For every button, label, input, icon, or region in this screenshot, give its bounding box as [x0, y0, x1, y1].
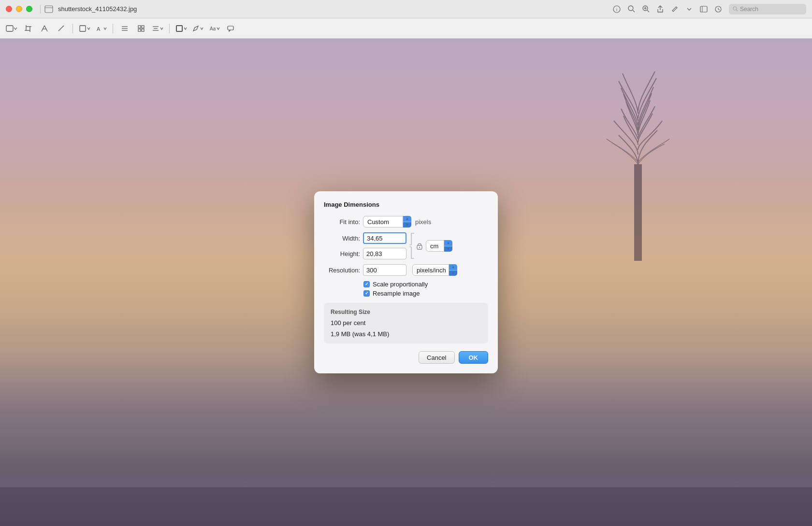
check-mark-2: ✓	[365, 291, 369, 296]
wh-section: Width: Height:	[324, 232, 488, 259]
toolbar-shape-btn[interactable]	[6, 23, 17, 34]
width-row: Width:	[324, 232, 406, 244]
svg-line-23	[44, 26, 47, 31]
result-size: 1,9 MB (was 4,1 MB)	[331, 330, 481, 338]
image-dimensions-dialog: Image Dimensions Fit into: Custom ▲ ▼ pi…	[314, 191, 498, 373]
check-mark-1: ✓	[365, 282, 369, 286]
resolution-label: Resolution:	[324, 267, 360, 274]
toolbar-align2-btn[interactable]	[152, 23, 163, 34]
toolbar-annotate-btn[interactable]	[39, 23, 50, 34]
titlebar-filename: shutterstock_411052432.jpg	[58, 5, 137, 13]
height-input[interactable]	[363, 248, 406, 259]
toolbar-draw-btn[interactable]	[55, 23, 67, 34]
search-icon[interactable]	[627, 5, 635, 13]
fit-into-stepper-arrows[interactable]: ▲ ▼	[403, 216, 411, 227]
close-button[interactable]	[6, 6, 12, 12]
resample-image-row: ✓ Resample image	[363, 290, 488, 297]
minimize-button[interactable]	[16, 6, 22, 12]
height-row: Height:	[324, 248, 406, 259]
toolbar-crop-btn[interactable]	[22, 23, 34, 34]
constraint-bracket	[408, 232, 416, 259]
resulting-size-title: Resulting Size	[331, 309, 481, 315]
unit-stepper-arrows[interactable]: ▲ ▼	[444, 240, 452, 252]
resample-image-checkbox[interactable]: ✓	[363, 290, 370, 297]
clock-icon[interactable]	[714, 5, 722, 13]
svg-rect-31	[142, 26, 144, 28]
edit-icon[interactable]	[671, 5, 679, 13]
svg-rect-39	[228, 26, 233, 30]
resulting-size-section: Resulting Size 100 per cent 1,9 MB (was …	[324, 303, 488, 343]
titlebar-divider	[40, 5, 41, 14]
svg-rect-32	[138, 29, 141, 31]
cancel-button[interactable]: Cancel	[419, 351, 454, 364]
svg-rect-33	[142, 29, 144, 31]
svg-text:A: A	[97, 26, 101, 32]
chevron-down-icon[interactable]	[685, 5, 693, 13]
fit-into-up-arrow[interactable]: ▲	[403, 216, 411, 222]
toolbar-border-btn[interactable]	[175, 23, 187, 34]
toolbar-sep-2	[113, 24, 113, 33]
toolbar-speech-btn[interactable]	[225, 23, 236, 34]
toolbar-shapes-btn[interactable]	[79, 23, 90, 34]
resample-image-label: Resample image	[373, 290, 420, 297]
width-input[interactable]	[363, 232, 406, 244]
resolution-input[interactable]	[363, 264, 406, 276]
svg-rect-0	[45, 6, 53, 13]
sidebar-icon[interactable]	[700, 5, 708, 13]
svg-text:Aa: Aa	[210, 26, 216, 31]
svg-text:i: i	[616, 7, 617, 12]
fit-into-unit: pixels	[415, 218, 431, 226]
width-label: Width:	[324, 235, 360, 242]
svg-rect-10	[700, 6, 707, 12]
toolbar-sep-1	[72, 24, 73, 33]
unit-select-wrapper[interactable]: cm px in mm ▲ ▼	[426, 240, 452, 252]
fit-into-label: Fit into:	[324, 218, 360, 226]
unit-stepper[interactable]: cm px in mm ▲ ▼	[426, 240, 452, 252]
zoom-in-icon[interactable]	[642, 5, 650, 13]
toolbar-grid-btn[interactable]	[135, 23, 147, 34]
dialog-buttons: Cancel OK	[324, 351, 488, 364]
scale-proportionally-checkbox[interactable]: ✓	[363, 281, 370, 287]
svg-line-5	[633, 10, 635, 12]
result-percent: 100 per cent	[331, 319, 481, 327]
svg-line-7	[647, 10, 649, 12]
resolution-row: Resolution: pixels/inch pixels/cm ▲ ▼	[324, 264, 488, 276]
res-unit-up-arrow[interactable]: ▲	[449, 264, 457, 270]
svg-point-4	[628, 6, 633, 11]
svg-line-22	[42, 26, 44, 31]
scale-proportionally-label: Scale proportionally	[373, 281, 428, 288]
toolbar-sep-3	[169, 24, 170, 33]
svg-rect-30	[138, 26, 141, 28]
unit-down-arrow[interactable]: ▼	[444, 246, 452, 252]
ok-button[interactable]: OK	[459, 351, 489, 364]
toolbar-font-btn[interactable]: Aa	[208, 23, 220, 34]
wh-fields: Width: Height:	[324, 232, 406, 259]
res-unit-stepper-arrows[interactable]: ▲ ▼	[449, 264, 457, 276]
height-label: Height:	[324, 250, 360, 257]
info-icon[interactable]: i	[613, 5, 621, 13]
toolbar-color-btn[interactable]	[192, 23, 203, 34]
fit-into-select-wrapper[interactable]: Custom ▲ ▼	[363, 216, 411, 227]
res-unit-down-arrow[interactable]: ▼	[449, 270, 457, 276]
resolution-unit-wrapper[interactable]: pixels/inch pixels/cm ▲ ▼	[412, 264, 457, 276]
lock-icon[interactable]	[416, 242, 423, 250]
search-bar[interactable]: Search	[729, 4, 806, 14]
svg-rect-25	[80, 26, 86, 31]
toolbar: A Aa	[0, 18, 812, 39]
traffic-lights	[6, 6, 32, 12]
svg-rect-37	[176, 26, 182, 31]
background-image: Image Dimensions Fit into: Custom ▲ ▼ pi…	[0, 39, 812, 526]
unit-up-arrow[interactable]: ▲	[444, 240, 452, 246]
titlebar-right-icons: i Search	[613, 4, 806, 14]
toolbar-align-btn[interactable]	[119, 23, 130, 34]
maximize-button[interactable]	[26, 6, 32, 12]
lock-bracket-group	[408, 232, 423, 259]
fit-into-down-arrow[interactable]: ▼	[403, 222, 411, 228]
search-placeholder: Search	[740, 6, 758, 13]
share-icon[interactable]	[656, 5, 664, 13]
toolbar-text-btn[interactable]: A	[95, 23, 107, 34]
svg-line-14	[718, 9, 720, 10]
titlebar: shutterstock_411052432.jpg i Search	[0, 0, 812, 18]
svg-point-15	[733, 7, 737, 10]
resolution-unit-stepper[interactable]: pixels/inch pixels/cm ▲ ▼	[412, 264, 457, 276]
